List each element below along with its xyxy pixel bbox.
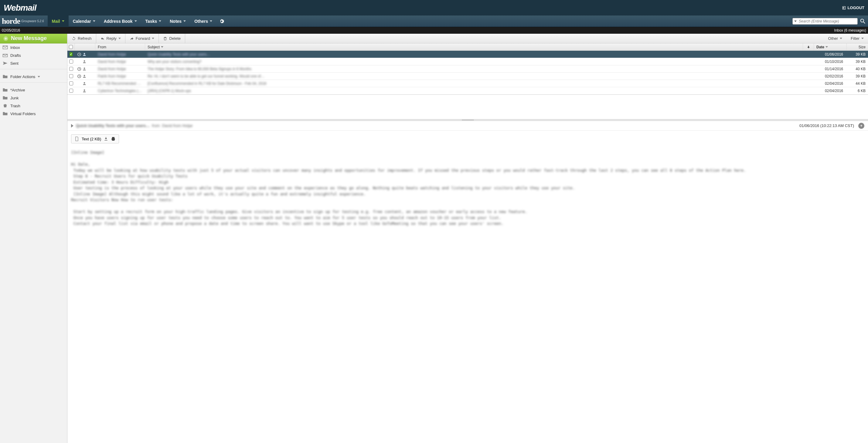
folder-actions-dropdown[interactable]: Folder Actions	[0, 72, 67, 81]
size-text: 39 KB	[847, 51, 868, 58]
table-row[interactable]: Cybertron Technologies (…[JIRA] (CKPR-1)…	[67, 87, 868, 94]
table-row[interactable]: ✓David from HotjarQuick Usability Tests …	[67, 51, 868, 58]
navbar: horde Groupware 5.2.6 Mail Calendar Addr…	[0, 16, 868, 27]
webmail-logo: Webmail	[4, 3, 36, 13]
drafts-icon	[2, 53, 8, 57]
person-icon	[82, 82, 87, 86]
refresh-icon	[72, 36, 76, 41]
caret-icon	[161, 46, 163, 48]
folder-icon	[2, 96, 8, 100]
size-text: 40 KB	[847, 65, 868, 72]
new-message-button[interactable]: New Message	[0, 34, 67, 43]
sidebar-virtual-folders[interactable]: Virtual Folders	[0, 110, 67, 118]
size-text: 39 KB	[847, 58, 868, 65]
column-date[interactable]: Date	[814, 43, 847, 51]
sidebar-inbox[interactable]: Inbox	[0, 43, 67, 51]
from-text: David from Hotjar	[98, 52, 126, 57]
search-input[interactable]	[793, 18, 858, 25]
row-checkbox[interactable]	[69, 74, 73, 78]
sidebar-drafts[interactable]: Drafts	[0, 51, 67, 59]
trash-icon	[163, 36, 167, 41]
nav-calendar[interactable]: Calendar	[69, 16, 100, 27]
svg-point-9	[84, 89, 85, 91]
forward-button[interactable]: Forward	[125, 34, 159, 43]
caret-icon	[840, 38, 842, 39]
folder-icon	[2, 75, 8, 79]
date-text: 02/04/2016	[814, 80, 847, 87]
from-text: Patrik from Hotjar	[98, 74, 126, 79]
date-text: 02/02/2016	[814, 72, 847, 80]
inbox-icon	[2, 45, 8, 50]
row-checkbox[interactable]	[69, 60, 73, 63]
subject-text: Quick Usability Tests with your users…	[148, 52, 210, 57]
datebar: 02/05/2016 Inbox (6 messages)	[0, 27, 868, 34]
date-text: 01/10/2016	[814, 58, 847, 65]
column-subject[interactable]: Subject	[145, 43, 803, 51]
reply-button[interactable]: Reply	[96, 34, 125, 43]
date-text: 01/06/2016	[814, 51, 847, 58]
nav-others[interactable]: Others	[190, 16, 216, 27]
reply-icon	[100, 36, 105, 41]
date-text: 01/14/2016	[814, 65, 847, 72]
person-icon	[82, 74, 87, 79]
refresh-button[interactable]: Refresh	[67, 34, 96, 43]
row-checkbox[interactable]	[69, 67, 73, 71]
table-row[interactable]: David from HotjarWhy are your visitors c…	[67, 58, 868, 65]
sidebar-sent[interactable]: Sent	[0, 59, 67, 67]
sent-icon	[2, 61, 8, 65]
download-icon[interactable]	[103, 137, 108, 141]
nav-address-book[interactable]: Address Book	[100, 16, 141, 27]
table-row[interactable]: RL7 KB Recommended …[Confluence] Recomme…	[67, 80, 868, 87]
other-dropdown[interactable]: Other	[824, 34, 847, 43]
caret-icon	[38, 76, 40, 78]
search-caret-icon[interactable]	[794, 20, 797, 22]
from-text: RL7 KB Recommended …	[98, 82, 141, 86]
row-checkbox[interactable]	[69, 89, 73, 93]
clock-icon	[77, 67, 81, 71]
sidebar-trash[interactable]: Trash	[0, 102, 67, 110]
nav-notes[interactable]: Notes	[165, 16, 190, 27]
add-icon[interactable]: +	[858, 123, 864, 129]
select-all-checkbox[interactable]	[69, 45, 73, 49]
caret-icon	[826, 46, 828, 48]
trash-icon	[2, 104, 8, 108]
person-icon	[82, 60, 87, 64]
column-from[interactable]: From	[95, 43, 145, 51]
horde-logo: horde	[2, 17, 20, 26]
filter-dropdown[interactable]: Filter	[846, 34, 868, 43]
gear-icon[interactable]	[218, 18, 225, 25]
print-icon[interactable]	[111, 137, 116, 141]
caret-icon	[62, 20, 64, 22]
svg-point-5	[84, 67, 85, 69]
logout-button[interactable]: LOGOUT	[842, 5, 864, 10]
from-text: David from Hotjar	[98, 67, 126, 71]
row-checkbox[interactable]: ✓	[69, 52, 72, 56]
nav-mail[interactable]: Mail	[48, 16, 69, 27]
caret-icon	[861, 38, 864, 39]
caret-icon	[134, 20, 137, 22]
delete-button[interactable]: Delete	[159, 34, 185, 43]
expand-icon[interactable]	[71, 124, 73, 128]
preview-body: [Inline Image] Hi Dale, Today we will be…	[67, 147, 868, 229]
preview-header-text: Quick Usability Tests with your users… f…	[76, 123, 797, 128]
table-row[interactable]: Patrik from HotjarRe: Hi, I don't seem t…	[67, 72, 868, 80]
subject-text: [Confluence] Recommended in RL7 KB for D…	[148, 82, 267, 86]
nav-tasks[interactable]: Tasks	[141, 16, 166, 27]
row-checkbox[interactable]	[69, 82, 73, 85]
svg-point-7	[84, 75, 85, 76]
sidebar-junk[interactable]: Junk	[0, 94, 67, 102]
svg-point-8	[84, 82, 85, 84]
attachment-bar: Text (2 KB)	[71, 134, 119, 143]
person-icon	[82, 52, 87, 57]
sidebar-archive[interactable]: *Archive	[0, 86, 67, 94]
logout-icon	[842, 6, 846, 10]
column-size[interactable]: Size	[847, 43, 868, 51]
column-sort-arrow[interactable]	[803, 43, 814, 51]
date-text: 02/04/2016	[814, 87, 847, 94]
table-row[interactable]: David from HotjarThe Hotjar Story: From …	[67, 65, 868, 72]
subject-text: Why are your visitors converting?	[148, 60, 201, 64]
search-icon[interactable]	[860, 18, 866, 25]
clock-icon	[77, 52, 81, 57]
forward-icon	[130, 36, 134, 41]
horde-version: Groupware 5.2.6	[21, 20, 44, 23]
